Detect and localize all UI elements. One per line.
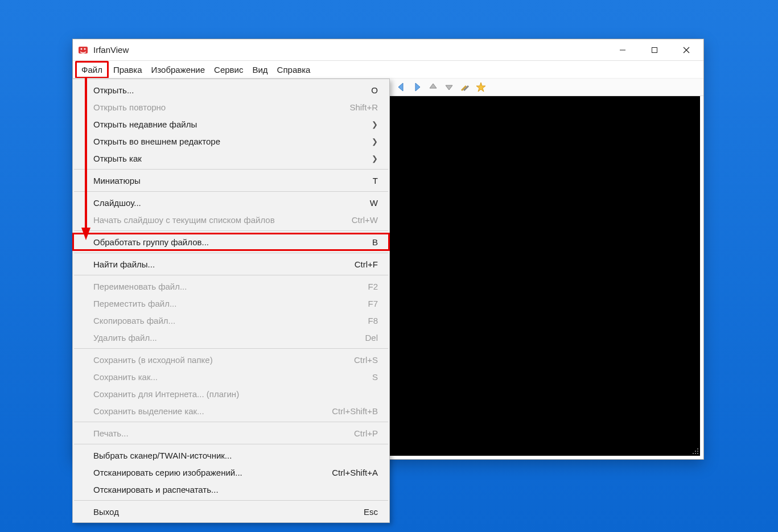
menu-item-label: Сохранить выделение как... [93, 406, 204, 416]
menu-separator [74, 191, 388, 192]
menu-справка[interactable]: Справка [273, 63, 315, 77]
resize-grip-icon[interactable] [691, 447, 699, 455]
window-controls [607, 40, 702, 60]
minimize-button[interactable] [607, 40, 639, 60]
svg-marker-7 [398, 83, 403, 91]
menu-separator [74, 253, 388, 253]
menu-item-shortcut: Ctrl+F [355, 259, 378, 269]
menu-separator [74, 444, 388, 444]
menu-файл[interactable]: Файл [75, 61, 109, 79]
svg-point-17 [693, 453, 694, 454]
menu-item-label: Открыть во внешнем редакторе [93, 137, 220, 146]
window-title: IrfanView [93, 45, 129, 55]
toolbar-tools-icon[interactable] [458, 80, 472, 94]
menu-item-shortcut: Ctrl+S [354, 355, 378, 365]
menu-item-shortcut: F8 [368, 316, 378, 325]
menu-item-shortcut: F2 [368, 282, 378, 291]
menu-item[interactable]: Выбрать сканер/TWAIN-источник... [73, 447, 389, 464]
menu-item-label: Миниатюры [93, 176, 141, 185]
svg-point-15 [695, 451, 696, 452]
menu-item[interactable]: ВыходEsc [73, 503, 389, 520]
menu-item-label: Сохранить (в исходной папке) [93, 355, 213, 365]
menu-item: Печать...Ctrl+P [73, 424, 389, 442]
svg-marker-9 [430, 84, 437, 88]
menu-item: Переименовать файл...F2 [73, 278, 389, 295]
submenu-arrow-icon: ❯ [372, 137, 378, 146]
menu-item-label: Открыть повторно [93, 102, 166, 112]
menu-item[interactable]: Отсканировать серию изображений...Ctrl+S… [73, 464, 389, 481]
menu-item: Скопировать файл...F8 [73, 312, 389, 329]
menu-item-shortcut: Shift+R [349, 102, 378, 112]
titlebar: IrfanView [73, 39, 703, 61]
menu-item-shortcut: Esc [364, 507, 378, 517]
menu-item-label: Слайдшоу... [93, 198, 141, 208]
close-button[interactable] [670, 40, 702, 60]
menu-item-label: Начать слайдшоу с текущим списком файлов [93, 215, 275, 225]
menu-item-shortcut: Ctrl+Shift+B [332, 406, 378, 416]
menu-item[interactable]: Отсканировать и распечатать... [73, 481, 389, 498]
menu-item-label: Открыть как [93, 154, 142, 163]
menu-item[interactable]: Найти файлы...Ctrl+F [73, 255, 389, 273]
menu-item: Начать слайдшоу с текущим списком файлов… [73, 211, 389, 228]
svg-rect-0 [79, 47, 88, 53]
svg-point-2 [84, 48, 86, 50]
toolbar-down-icon[interactable] [442, 80, 456, 94]
menu-item-label: Отсканировать и распечатать... [93, 485, 219, 494]
menu-item: Сохранить выделение как...Ctrl+Shift+B [73, 402, 389, 419]
menu-изображение[interactable]: Изображение [147, 63, 210, 77]
menu-item[interactable]: МиниатюрыT [73, 172, 389, 189]
toolbar-prev-icon[interactable] [394, 80, 408, 94]
menu-separator [74, 230, 388, 231]
menu-item-label: Печать... [93, 428, 129, 438]
maximize-button[interactable] [639, 40, 670, 60]
menu-item[interactable]: Слайдшоу...W [73, 194, 389, 211]
menu-item-shortcut: O [371, 85, 378, 95]
menu-item-label: Скопировать файл... [93, 316, 175, 325]
menu-item-label: Выход [93, 507, 119, 517]
menu-item-label: Отсканировать серию изображений... [93, 468, 242, 477]
menu-item-shortcut: Ctrl+W [352, 215, 378, 225]
menu-item-label: Переместить файл... [93, 299, 176, 308]
menu-item-label: Удалить файл... [93, 333, 157, 343]
svg-point-14 [697, 448, 698, 449]
menu-item-label: Найти файлы... [93, 259, 155, 269]
menu-item[interactable]: Открыть как❯ [73, 150, 389, 167]
menu-item-label: Выбрать сканер/TWAIN-источник... [93, 451, 232, 460]
menu-item-shortcut: Del [365, 333, 378, 343]
menu-item: Переместить файл...F7 [73, 295, 389, 312]
menu-item: Удалить файл...Del [73, 329, 389, 346]
toolbar-next-icon[interactable] [410, 80, 424, 94]
svg-rect-4 [652, 47, 657, 52]
svg-point-16 [697, 451, 698, 452]
menu-вид[interactable]: Вид [248, 63, 272, 77]
menu-item-shortcut: T [373, 176, 378, 185]
menu-item-label: Переименовать файл... [93, 282, 187, 291]
menu-item-shortcut: S [372, 372, 378, 382]
toolbar-up-icon[interactable] [426, 80, 440, 94]
menu-separator [74, 275, 388, 275]
file-menu-dropdown: Открыть...OОткрыть повторноShift+RОткрыт… [72, 79, 390, 523]
menu-item[interactable]: Открыть во внешнем редакторе❯ [73, 133, 389, 150]
menu-item: Сохранить как...S [73, 368, 389, 385]
menu-item[interactable]: Открыть недавние файлы❯ [73, 116, 389, 133]
menu-item-shortcut: B [372, 237, 378, 247]
menu-separator [74, 169, 388, 170]
menu-item-label: Сохранить как... [93, 372, 158, 382]
menu-item-label: Открыть недавние файлы [93, 119, 197, 129]
menu-сервис[interactable]: Сервис [209, 63, 248, 77]
menu-item-shortcut: Ctrl+P [354, 428, 378, 438]
menu-separator [74, 422, 388, 422]
menu-правка[interactable]: Правка [109, 63, 147, 77]
svg-point-1 [81, 48, 83, 50]
app-icon [77, 44, 89, 56]
menu-item-label: Обработать группу файлов... [93, 237, 209, 247]
menu-item: Открыть повторноShift+R [73, 98, 389, 116]
menu-item-shortcut: F7 [368, 299, 378, 308]
submenu-arrow-icon: ❯ [372, 120, 378, 129]
toolbar-star-icon[interactable] [474, 80, 488, 94]
svg-marker-13 [476, 83, 485, 92]
svg-marker-10 [446, 85, 452, 90]
menu-item[interactable]: Открыть...O [73, 81, 389, 98]
menu-item-label: Сохранить для Интернета... (плагин) [93, 389, 239, 399]
menu-item[interactable]: Обработать группу файлов...B [73, 233, 389, 250]
